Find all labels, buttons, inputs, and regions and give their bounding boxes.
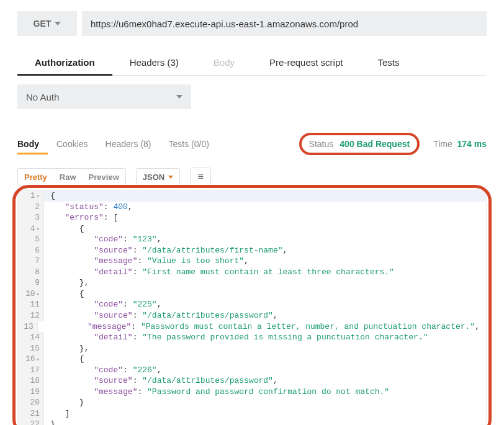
code-line: "source": "/data/attributes/password", xyxy=(44,375,284,387)
code-line: ] xyxy=(44,408,76,419)
code-line: "message": "Password and password confir… xyxy=(44,387,395,398)
tab-authorization[interactable]: Authorization xyxy=(17,51,112,76)
rtab-tests[interactable]: Tests (0/0) xyxy=(169,134,218,154)
wrap-toggle-button[interactable] xyxy=(190,168,211,186)
code-line: "message": "Value is too short", xyxy=(44,256,255,267)
language-select[interactable]: JSON xyxy=(136,168,180,186)
status-label: Status xyxy=(309,139,334,149)
view-preview[interactable]: Preview xyxy=(83,169,125,186)
code-line: "code": "226", xyxy=(44,365,168,376)
code-line: "code": "123", xyxy=(44,234,168,245)
gutter-line[interactable]: 13 xyxy=(18,321,38,333)
code-line: }, xyxy=(44,277,95,289)
body-view-buttons: Pretty Raw Preview xyxy=(17,168,126,186)
wrap-icon xyxy=(197,171,203,182)
http-method-label: GET xyxy=(34,19,52,29)
rtab-cookies[interactable]: Cookies xyxy=(56,134,97,154)
gutter-line[interactable]: 18 xyxy=(18,375,44,387)
gutter-line[interactable]: 1▾ xyxy=(18,190,44,202)
gutter-line[interactable]: 10▾ xyxy=(18,289,44,300)
gutter-line[interactable]: 12 xyxy=(18,310,44,321)
chevron-down-icon xyxy=(55,22,61,25)
request-tabs: Authorization Headers (3) Body Pre-reque… xyxy=(17,51,487,76)
code-line: } xyxy=(44,397,91,408)
rtab-body[interactable]: Body xyxy=(17,134,48,154)
gutter-line[interactable]: 14 xyxy=(18,332,44,343)
code-line: }, xyxy=(44,343,95,354)
time-value: 174 ms xyxy=(457,139,487,149)
gutter-line[interactable]: 15 xyxy=(18,343,44,354)
chevron-down-icon xyxy=(168,176,173,179)
status-pill: Status 400 Bad Request xyxy=(299,133,420,155)
gutter-line[interactable]: 7 xyxy=(18,256,44,267)
auth-type-select[interactable]: No Auth xyxy=(17,84,191,109)
code-line: "source": "/data/attributes/first-name", xyxy=(44,245,294,256)
code-line: "detail": "First name must contain at le… xyxy=(44,267,400,278)
view-raw[interactable]: Raw xyxy=(53,169,83,186)
code-line: "detail": "The password provided is miss… xyxy=(44,332,434,343)
gutter-line[interactable]: 21 xyxy=(18,408,44,419)
gutter-line[interactable]: 22 xyxy=(18,419,44,425)
gutter-line[interactable]: 6 xyxy=(18,245,44,256)
gutter-line[interactable]: 17 xyxy=(18,365,44,376)
url-input[interactable]: https://u6mex0had7.execute-api.us-east-1… xyxy=(82,11,487,36)
tab-tests[interactable]: Tests xyxy=(360,51,416,76)
rtab-headers[interactable]: Headers (8) xyxy=(106,134,160,154)
code-line: "errors": [ xyxy=(44,212,124,223)
tab-body[interactable]: Body xyxy=(196,51,252,76)
gutter-line[interactable]: 9 xyxy=(18,277,44,289)
response-tabs-row: Body Cookies Headers (8) Tests (0/0) Sta… xyxy=(17,133,487,155)
gutter-line[interactable]: 4▾ xyxy=(18,223,44,235)
code-line: } xyxy=(44,419,61,425)
code-line: { xyxy=(44,190,61,202)
gutter-line[interactable]: 2 xyxy=(18,202,44,213)
gutter-line[interactable]: 5 xyxy=(18,234,44,245)
code-line: { xyxy=(44,289,91,300)
gutter-line[interactable]: 8 xyxy=(18,267,44,278)
gutter-line[interactable]: 3 xyxy=(18,212,44,223)
code-line: "message": "Passwords must contain a let… xyxy=(38,321,486,333)
url-value: https://u6mex0had7.execute-api.us-east-1… xyxy=(91,19,358,29)
language-label: JSON xyxy=(143,172,164,182)
code-line: "code": "225", xyxy=(44,299,168,310)
response-body-code[interactable]: 1▾{2 "status": 400,3 "errors": [4▾ {5 "c… xyxy=(17,190,487,425)
view-pretty[interactable]: Pretty xyxy=(18,169,53,186)
http-method-select[interactable]: GET xyxy=(17,11,77,36)
time-label: Time xyxy=(433,139,452,149)
tab-headers[interactable]: Headers (3) xyxy=(112,51,196,76)
chevron-down-icon xyxy=(176,95,182,99)
tab-prerequest[interactable]: Pre-request script xyxy=(252,51,360,76)
code-line: { xyxy=(44,223,91,235)
code-line: "status": 400, xyxy=(44,202,139,213)
code-line: "source": "/data/attributes/password", xyxy=(44,310,284,321)
gutter-line[interactable]: 11 xyxy=(18,299,44,310)
code-line: { xyxy=(44,354,91,365)
gutter-line[interactable]: 19 xyxy=(18,387,44,398)
gutter-line[interactable]: 20 xyxy=(18,397,44,408)
status-value: 400 Bad Request xyxy=(340,139,410,149)
auth-type-label: No Auth xyxy=(26,92,59,102)
gutter-line[interactable]: 16▾ xyxy=(18,354,44,365)
